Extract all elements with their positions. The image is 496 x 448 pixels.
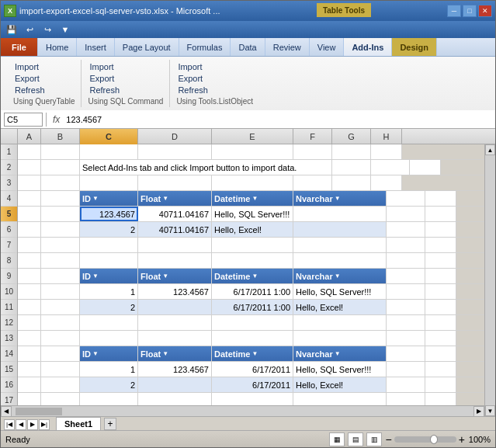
cell-e4[interactable]: Datetime ▼ <box>212 191 293 206</box>
cell-d1[interactable] <box>138 144 212 159</box>
cell-a8[interactable] <box>18 253 41 268</box>
cell-e16[interactable]: 6/17/2011 <box>212 377 293 392</box>
cell-b5[interactable] <box>41 207 80 221</box>
cell-e7[interactable] <box>212 238 293 252</box>
cell-b14[interactable] <box>41 346 80 361</box>
cell-a12[interactable] <box>18 315 41 330</box>
cell-a1[interactable] <box>18 144 41 159</box>
cell-a6[interactable] <box>18 222 41 237</box>
sheet-tab-sheet1[interactable]: Sheet1 <box>56 417 101 430</box>
cell-c15[interactable]: 1 <box>80 362 138 377</box>
cell-h16[interactable] <box>425 377 456 392</box>
cell-f7[interactable] <box>293 238 387 252</box>
refresh-listobject-button[interactable]: Refresh <box>176 85 210 96</box>
zoom-btn-plus[interactable]: + <box>459 433 465 446</box>
col-header-d[interactable]: D <box>138 129 212 144</box>
cell-c17[interactable] <box>80 393 138 405</box>
cell-a2[interactable] <box>18 160 41 175</box>
tab-file[interactable]: File <box>1 38 38 56</box>
cell-g16[interactable] <box>387 377 425 392</box>
row-num-8[interactable]: 8 <box>1 253 17 269</box>
insert-sheet-button[interactable]: + <box>104 418 116 430</box>
cell-c1[interactable] <box>80 144 138 159</box>
tab-design[interactable]: Design <box>392 38 437 56</box>
sheet-nav-next-button[interactable]: ▶ <box>27 419 38 430</box>
cell-h6[interactable] <box>425 222 456 237</box>
row-num-6[interactable]: 6 <box>1 222 17 238</box>
cell-e8[interactable] <box>212 253 293 268</box>
cell-g12[interactable] <box>387 315 425 330</box>
tab-page-layout[interactable]: Page Layout <box>115 38 179 56</box>
cell-a4[interactable] <box>18 191 41 206</box>
cell-f16[interactable]: Hello, Excel! <box>293 377 387 392</box>
refresh-querytable-button[interactable]: Refresh <box>13 85 47 96</box>
cell-b3[interactable] <box>41 175 80 190</box>
cell-e12[interactable] <box>212 315 293 330</box>
export-sqlcommand-button[interactable]: Export <box>88 73 121 84</box>
cell-c8[interactable] <box>80 253 138 268</box>
col-header-f[interactable]: F <box>293 129 332 144</box>
h-scroll-track[interactable] <box>12 408 473 415</box>
cell-g5[interactable] <box>387 207 425 221</box>
cell-d5[interactable]: 40711.04167 <box>138 207 212 221</box>
cell-b7[interactable] <box>41 238 80 252</box>
cell-g17[interactable] <box>387 393 425 405</box>
cell-d16[interactable] <box>138 377 212 392</box>
tab-addins[interactable]: Add-Ins <box>344 38 392 56</box>
sheet-nav-first-button[interactable]: |◀ <box>4 419 15 430</box>
cell-a16[interactable] <box>18 377 41 392</box>
col-header-h[interactable]: H <box>371 129 402 144</box>
cell-e17[interactable] <box>212 393 293 405</box>
cell-f10[interactable]: Hello, SQL Server!!! <box>293 284 387 299</box>
cell-d10[interactable]: 123.4567 <box>138 284 212 299</box>
cell-g14[interactable] <box>387 346 425 361</box>
cell-f4[interactable]: Nvarchar ▼ <box>293 191 387 206</box>
cell-e5[interactable]: Hello, SQL Server!!! <box>212 207 293 221</box>
tab-review[interactable]: Review <box>265 38 310 56</box>
cell-h12[interactable] <box>425 315 456 330</box>
cell-b12[interactable] <box>41 315 80 330</box>
import-listobject-button[interactable]: Import <box>176 61 210 72</box>
cell-e10[interactable]: 6/17/2011 1:00 <box>212 284 293 299</box>
cell-c2[interactable]: Select Add-Ins tab and click Import butt… <box>80 160 332 175</box>
horizontal-scrollbar[interactable]: ◀ ▶ <box>1 405 484 416</box>
cell-b2[interactable] <box>41 160 80 175</box>
cell-h13[interactable] <box>425 331 456 346</box>
cell-g10[interactable] <box>387 284 425 299</box>
cell-e3[interactable] <box>212 175 293 190</box>
cell-d12[interactable] <box>138 315 212 330</box>
cell-e6[interactable]: Hello, Excel! <box>212 222 293 237</box>
tab-data[interactable]: Data <box>231 38 265 56</box>
v-scroll-track[interactable] <box>485 155 495 405</box>
cell-b13[interactable] <box>41 331 80 346</box>
cell-a9[interactable] <box>18 269 41 283</box>
cell-h17[interactable] <box>425 393 456 405</box>
cell-c12[interactable] <box>80 315 138 330</box>
row-num-15[interactable]: 15 <box>1 362 17 377</box>
cell-d3[interactable] <box>138 175 212 190</box>
cell-h7[interactable] <box>425 238 456 252</box>
cell-g8[interactable] <box>387 253 425 268</box>
tab-view[interactable]: View <box>310 38 345 56</box>
cell-d4[interactable]: Float ▼ <box>138 191 212 206</box>
cell-a13[interactable] <box>18 331 41 346</box>
export-listobject-button[interactable]: Export <box>176 73 210 84</box>
h-scroll-left-button[interactable]: ◀ <box>1 406 12 417</box>
cell-f11[interactable]: Hello, Excel! <box>293 300 387 314</box>
cell-g9[interactable] <box>387 269 425 283</box>
cell-e14[interactable]: Datetime ▼ <box>212 346 293 361</box>
cell-a17[interactable] <box>18 393 41 405</box>
cell-e1[interactable] <box>212 144 293 159</box>
cell-b17[interactable] <box>41 393 80 405</box>
v-scroll-up-button[interactable]: ▲ <box>485 144 495 155</box>
h-scroll-thumb[interactable] <box>16 408 62 415</box>
cell-h11[interactable] <box>425 300 456 314</box>
refresh-sqlcommand-button[interactable]: Refresh <box>88 85 121 96</box>
cell-c10[interactable]: 1 <box>80 284 138 299</box>
row-num-3[interactable]: 3 <box>1 175 17 191</box>
export-querytable-button[interactable]: Export <box>13 73 47 84</box>
cell-c13[interactable] <box>80 331 138 346</box>
cell-d7[interactable] <box>138 238 212 252</box>
cell-e9[interactable]: Datetime ▼ <box>212 269 293 283</box>
cell-g4[interactable] <box>387 191 425 206</box>
